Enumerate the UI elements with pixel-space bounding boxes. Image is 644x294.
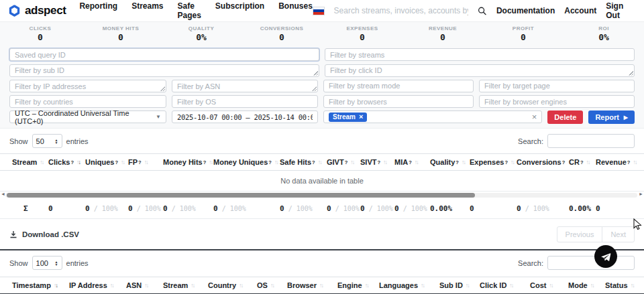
column-label: Safe Hits [280, 158, 311, 166]
column-header-sub-id[interactable]: Sub ID↑↓ [439, 281, 480, 289]
totals-value: 0 [85, 204, 90, 213]
timezone-select[interactable]: UTC – Coordinated Universal Time (UTC+0)… [9, 111, 166, 123]
clicks-table-search-input[interactable] [547, 256, 635, 270]
column-header-uniques[interactable]: Uniques?↑↓ [85, 158, 128, 166]
search-label: Search: [518, 259, 543, 267]
telegram-button[interactable] [594, 245, 617, 268]
column-header-status[interactable]: Status↑↓ [605, 281, 642, 289]
nav-item-reporting[interactable]: Reporting [79, 1, 117, 20]
stat-value: 0% [564, 32, 644, 42]
next-page-button[interactable]: Next [602, 226, 635, 242]
global-search-input[interactable] [334, 6, 469, 15]
report-table-search-input[interactable] [547, 134, 635, 148]
column-header-engine[interactable]: Engine↑↓ [337, 281, 379, 289]
brand-logo[interactable]: adspect [8, 4, 66, 17]
browser-engines-filter-input[interactable] [479, 95, 635, 108]
stat-label: QUALITY [161, 25, 241, 31]
scroll-left-icon[interactable]: ◄ [1, 192, 5, 196]
download-csv-button[interactable]: Download .CSV [9, 230, 79, 238]
nav-item-bonuses[interactable]: Bonuses [278, 1, 313, 20]
column-header-quality[interactable]: Quality?↑↓ [430, 158, 470, 166]
page-size-select[interactable]: 50 ▲▼ [32, 134, 62, 148]
stat-quality: QUALITY0% [161, 25, 241, 46]
nav-item-account[interactable]: Account [564, 6, 596, 15]
report-button[interactable]: Report ▶ [588, 111, 635, 124]
scrollbar-thumb[interactable] [7, 193, 475, 198]
horizontal-scrollbar[interactable]: ◄ ► [0, 192, 644, 198]
column-header-money-uniques[interactable]: Money Uniques?↑↓ [213, 158, 280, 166]
column-header-clicks[interactable]: Clicks?↑↓ [48, 158, 85, 166]
browsers-filter-input[interactable] [323, 95, 474, 108]
page-size-value: 100 [36, 259, 48, 267]
report-table-footer: Download .CSV Previous Next [0, 219, 644, 249]
column-header-os[interactable]: OS↑↓ [257, 281, 287, 289]
column-header-ip-address[interactable]: IP Address↑↓ [69, 281, 126, 289]
stat-label: EXPENSES [322, 25, 402, 31]
search-icon[interactable] [478, 6, 487, 16]
column-header-revenue[interactable]: Revenue?↑↓ [596, 158, 636, 166]
column-header-fp[interactable]: FP?↑↓ [128, 158, 163, 166]
sort-icon: ↑↓ [462, 159, 465, 165]
column-label: Money Uniques [213, 158, 268, 166]
date-range-input[interactable] [172, 111, 318, 123]
column-header-cr[interactable]: CR?↑↓ [569, 158, 596, 166]
saved-query-input[interactable] [9, 48, 319, 61]
column-header-timestamp[interactable]: Timestamp↑↓ [12, 281, 69, 289]
scroll-right-icon[interactable]: ► [639, 192, 643, 196]
previous-page-button[interactable]: Previous [557, 226, 603, 242]
sort-icon: ↑↓ [631, 282, 634, 289]
countries-filter-input[interactable] [9, 95, 166, 108]
sub-id-filter-textarea[interactable] [9, 64, 319, 77]
column-header-cost[interactable]: Cost↑↓ [530, 281, 568, 289]
column-header-conversions[interactable]: Conversions?↑↓ [517, 158, 569, 166]
totals-cell: 0 / 100% [163, 204, 213, 213]
click-id-filter-textarea[interactable] [325, 64, 635, 77]
totals-cell: 0 / 100% [280, 204, 327, 213]
russian-flag-icon[interactable] [313, 7, 325, 15]
column-label: Conversions [517, 158, 561, 166]
sort-icon: ↑↓ [54, 282, 57, 289]
remove-tag-icon[interactable]: × [359, 113, 363, 121]
totals-value: 0 [596, 204, 600, 213]
group-tag-stream[interactable]: Stream × [329, 113, 367, 122]
totals-cell: 0 [596, 204, 636, 213]
column-header-mia[interactable]: MIA?↑↓ [394, 158, 430, 166]
target-page-filter-input[interactable] [479, 80, 635, 92]
column-header-mode[interactable]: Mode↑↓ [568, 281, 605, 289]
column-header-sivt[interactable]: SIVT?↑↓ [360, 158, 394, 166]
nav-item-streams[interactable]: Streams [131, 1, 163, 20]
totals-cell: 0.00% [430, 204, 470, 213]
column-header-givt[interactable]: GIVT?↑↓ [327, 158, 360, 166]
help-icon: ? [627, 159, 631, 165]
os-filter-input[interactable] [172, 95, 318, 108]
column-label: Sub ID [439, 281, 463, 289]
stat-value: 0 [483, 32, 564, 42]
column-header-asn[interactable]: ASN↑↓ [126, 281, 163, 289]
page-size-select[interactable]: 100 ▲▼ [32, 256, 62, 270]
totals-value: 0 [360, 204, 365, 213]
nav-item-sign-out[interactable]: Sign Out [606, 1, 637, 20]
column-header-click-id[interactable]: Click ID↑↓ [480, 281, 530, 289]
stream-mode-filter-input[interactable] [323, 80, 474, 92]
column-header-browser[interactable]: Browser↑↓ [287, 281, 337, 289]
delete-button[interactable]: Delete [547, 111, 583, 124]
totals-ratio: / 100% [218, 205, 246, 212]
column-header-country[interactable]: Country↑↓ [208, 281, 257, 289]
totals-cell: 0 / 100% [327, 204, 360, 213]
grouping-tagbox[interactable]: Stream × × [323, 111, 542, 123]
column-header-stream[interactable]: Stream↑↓ [163, 281, 208, 289]
column-header-safe-hits[interactable]: Safe Hits?↑↓ [280, 158, 327, 166]
help-icon: ? [70, 159, 74, 165]
asn-filter-textarea[interactable] [172, 80, 318, 92]
nav-item-documentation[interactable]: Documentation [496, 6, 555, 15]
nav-item-safe-pages[interactable]: Safe Pages [178, 1, 201, 20]
scrollbar-track[interactable] [5, 193, 637, 198]
clear-tags-icon[interactable]: × [532, 113, 537, 121]
streams-filter-input[interactable] [325, 48, 635, 61]
column-header-languages[interactable]: Languages↑↓ [379, 281, 439, 289]
nav-item-subscription[interactable]: Subscription [215, 1, 264, 20]
column-header-money-hits[interactable]: Money Hits?↑↓ [163, 158, 213, 166]
ip-filter-textarea[interactable] [9, 80, 166, 92]
column-header-expenses[interactable]: Expenses?↑↓ [470, 158, 517, 166]
column-header-stream[interactable]: Stream↑↓ [12, 158, 48, 166]
